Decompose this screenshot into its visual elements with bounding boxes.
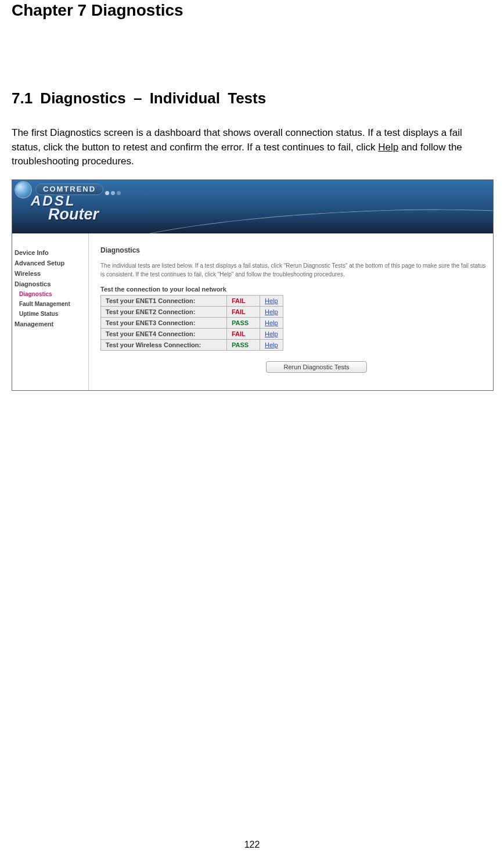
content-panel: Diagnostics The individual tests are lis…	[89, 233, 493, 390]
test-help-cell: Help	[260, 295, 283, 306]
table-row: Test your ENET3 Connection:PASSHelp	[101, 317, 283, 328]
test-result: FAIL	[227, 295, 260, 306]
router-screenshot: COMTREND ADSL Router Device InfoAdvanced…	[12, 179, 494, 391]
help-link[interactable]: Help	[265, 319, 278, 326]
test-label: Test your ENET3 Connection:	[101, 317, 227, 328]
page-number: 122	[0, 840, 504, 850]
test-help-cell: Help	[260, 306, 283, 317]
test-label: Test your ENET4 Connection:	[101, 328, 227, 339]
tests-section-label: Test the connection to your local networ…	[100, 286, 486, 293]
test-label: Test your ENET2 Connection:	[101, 306, 227, 317]
product-name: ADSL Router	[31, 194, 99, 222]
tests-table: Test your ENET1 Connection:FAILHelpTest …	[100, 295, 283, 351]
help-link-inline: Help	[378, 142, 398, 153]
content-heading: Diagnostics	[100, 246, 486, 254]
test-result: PASS	[227, 317, 260, 328]
test-result: FAIL	[227, 328, 260, 339]
sidebar-item-diagnostics[interactable]: Diagnostics	[15, 289, 88, 299]
help-link[interactable]: Help	[265, 341, 278, 348]
rerun-button[interactable]: Rerun Diagnostic Tests	[266, 361, 368, 373]
section-title: 7.1 Diagnostics – Individual Tests	[12, 89, 492, 107]
banner: COMTREND ADSL Router	[12, 180, 493, 233]
body-paragraph: The first Diagnostics screen is a dashbo…	[12, 126, 492, 169]
swoosh-decoration	[80, 198, 493, 233]
sidebar-item-management[interactable]: Management	[15, 319, 88, 329]
test-label: Test your Wireless Connection:	[101, 339, 227, 350]
sidebar-item-advanced-setup[interactable]: Advanced Setup	[15, 258, 88, 268]
sidebar-item-diagnostics[interactable]: Diagnostics	[15, 279, 88, 289]
test-label: Test your ENET1 Connection:	[101, 295, 227, 306]
globe-icon	[16, 182, 31, 197]
sidebar: Device InfoAdvanced SetupWirelessDiagnos…	[12, 233, 89, 390]
test-help-cell: Help	[260, 317, 283, 328]
help-link[interactable]: Help	[265, 297, 278, 304]
chapter-title: Chapter 7 Diagnostics	[12, 1, 492, 20]
sidebar-item-uptime-status[interactable]: Uptime Status	[15, 309, 88, 319]
test-help-cell: Help	[260, 339, 283, 350]
table-row: Test your Wireless Connection:PASSHelp	[101, 339, 283, 350]
sidebar-item-fault-management[interactable]: Fault Management	[15, 299, 88, 309]
test-result: PASS	[227, 339, 260, 350]
table-row: Test your ENET4 Connection:FAILHelp	[101, 328, 283, 339]
dots-icon	[105, 187, 123, 197]
test-result: FAIL	[227, 306, 260, 317]
sidebar-item-wireless[interactable]: Wireless	[15, 268, 88, 279]
help-link[interactable]: Help	[265, 308, 278, 315]
help-link[interactable]: Help	[265, 330, 278, 337]
content-description: The individual tests are listed below. I…	[100, 261, 486, 279]
sidebar-item-device-info[interactable]: Device Info	[15, 247, 88, 258]
table-row: Test your ENET1 Connection:FAILHelp	[101, 295, 283, 306]
product-line2: Router	[48, 207, 99, 222]
table-row: Test your ENET2 Connection:FAILHelp	[101, 306, 283, 317]
test-help-cell: Help	[260, 328, 283, 339]
